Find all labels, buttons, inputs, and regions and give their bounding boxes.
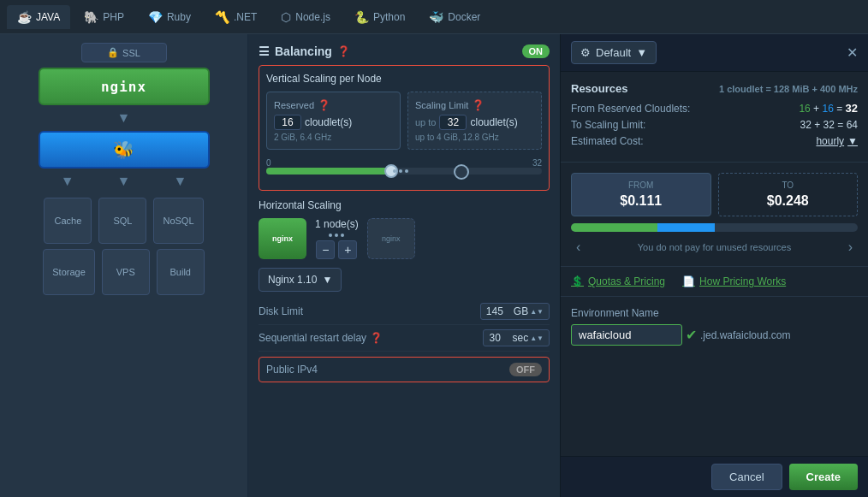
tab-ruby[interactable]: 💎 Ruby xyxy=(138,5,201,29)
plus-button[interactable]: + xyxy=(338,240,357,259)
vps-label: VPS xyxy=(116,267,135,277)
scaling-limit-info-icon[interactable]: ❓ xyxy=(472,99,485,111)
build-button[interactable]: Build xyxy=(157,249,205,295)
balancing-title: ☰ Balancing ❓ xyxy=(259,44,350,58)
bottom-buttons: Cancel Create xyxy=(561,456,868,497)
tab-ruby-label: Ruby xyxy=(167,11,191,23)
reserved-info-icon[interactable]: ❓ xyxy=(318,99,330,111)
tab-net[interactable]: 〽️ .NET xyxy=(205,5,267,29)
create-label: Create xyxy=(806,470,841,483)
tab-bar: ☕ JAVA 🐘 PHP 💎 Ruby 〽️ .NET ⬡ Node.js 🐍 … xyxy=(0,0,868,34)
tab-python-label: Python xyxy=(373,11,405,23)
scaling-limit-sub-text: up to 4 GiB, 12.8 GHz xyxy=(415,133,534,142)
nginx-blue-node[interactable]: 🐝 xyxy=(39,131,210,169)
slider-track[interactable] xyxy=(266,168,542,175)
unused-left-arrow[interactable]: ‹ xyxy=(571,240,586,255)
balancing-toggle[interactable]: ON xyxy=(522,44,550,58)
cost-to-value: $0.248 xyxy=(726,193,851,209)
balancing-icon: ☰ xyxy=(259,44,270,58)
seq-restart-row: Sequential restart delay ❓ sec ▲▼ xyxy=(259,325,550,352)
env-name-input[interactable] xyxy=(571,324,682,346)
public-ipv4-toggle[interactable]: OFF xyxy=(509,363,542,376)
slider-area: 0 32 xyxy=(266,158,542,175)
nginx-green-node[interactable]: nginx xyxy=(39,68,210,105)
cost-bar-blue xyxy=(657,223,715,232)
node-count-label: 1 xyxy=(315,218,321,230)
seq-restart-spinner[interactable]: ▲▼ xyxy=(530,334,544,342)
seq-restart-info-icon[interactable]: ❓ xyxy=(370,332,383,344)
h-dot-2 xyxy=(335,234,338,237)
arrows-row: ▼ ▼ ▼ xyxy=(61,174,187,189)
h-nginx-label: nginx xyxy=(272,234,293,243)
scaling-limit-label: Scaling Limit ❓ xyxy=(415,99,534,111)
node-unit-label: node(s) xyxy=(324,218,359,230)
minus-button[interactable]: − xyxy=(316,240,335,259)
sql-button[interactable]: SQL xyxy=(98,198,146,244)
cost-from-value: $0.111 xyxy=(579,193,704,209)
links-section: 💲 Quotas & Pricing 📄 How Pricing Works xyxy=(561,267,868,297)
cost-to-label: TO xyxy=(726,180,851,190)
slider-dots xyxy=(393,168,408,175)
how-pricing-link[interactable]: 📄 How Pricing Works xyxy=(682,275,786,287)
resources-label: Resources xyxy=(571,82,627,95)
scaling-grid: Reserved ❓ cloudlet(s) 2 GiB, 6.4 GHz Sc… xyxy=(266,92,542,150)
vps-button[interactable]: VPS xyxy=(102,249,150,295)
tab-java[interactable]: ☕ JAVA xyxy=(7,5,70,29)
storage-button[interactable]: Storage xyxy=(43,249,95,295)
h-nginx-ghost-label: nginx xyxy=(382,234,401,243)
unused-row: ‹ You do not pay for unused resources › xyxy=(571,239,858,256)
slider-thumb-right[interactable] xyxy=(454,164,469,180)
ssl-button[interactable]: 🔒 SSL xyxy=(81,43,167,62)
storage-row-bottom: Storage VPS Build xyxy=(43,249,205,295)
cache-label: Cache xyxy=(55,216,82,226)
from-reserved-eq: = xyxy=(836,103,842,115)
tab-nodejs-label: Node.js xyxy=(295,11,330,23)
h-dots xyxy=(329,234,344,237)
estimated-cost-row: Estimated Cost: hourly ▼ xyxy=(571,135,858,147)
disk-input[interactable] xyxy=(486,305,512,317)
arrow-down-2: ▼ xyxy=(61,174,74,189)
quotas-pricing-link[interactable]: 💲 Quotas & Pricing xyxy=(571,275,665,287)
reserved-input[interactable] xyxy=(274,115,301,130)
tab-docker[interactable]: 🐳 Docker xyxy=(419,5,490,29)
nginx-version-dropdown[interactable]: Nginx 1.10 ▼ xyxy=(259,268,342,292)
cache-button[interactable]: Cache xyxy=(44,198,92,244)
cost-from-box: FROM $0.111 xyxy=(571,173,711,216)
left-panel: 🔒 SSL nginx ▼ 🐝 ▼ ▼ ▼ Cache SQL NoSQL xyxy=(0,34,248,497)
build-label: Build xyxy=(170,267,191,277)
h-nginx-ghost: nginx xyxy=(367,218,415,259)
public-ipv4-row[interactable]: Public IPv4 OFF xyxy=(259,357,550,382)
scaling-limit-input[interactable] xyxy=(439,115,467,130)
ssl-label: SSL xyxy=(122,48,140,58)
seq-restart-input[interactable] xyxy=(489,332,510,344)
main-content: 🔒 SSL nginx ▼ 🐝 ▼ ▼ ▼ Cache SQL NoSQL xyxy=(0,34,868,497)
ruby-icon: 💎 xyxy=(148,10,163,24)
seq-restart-label: Sequential restart delay xyxy=(259,332,366,344)
tab-python[interactable]: 🐍 Python xyxy=(344,5,415,29)
tab-nodejs[interactable]: ⬡ Node.js xyxy=(271,5,341,29)
estimated-cost-period[interactable]: hourly ▼ xyxy=(816,135,858,147)
slider-fill xyxy=(266,168,390,175)
default-dropdown[interactable]: ⚙ Default ▼ xyxy=(571,41,657,64)
disk-spinner[interactable]: ▲▼ xyxy=(530,308,544,316)
slider-min-label: 0 xyxy=(266,158,271,168)
public-ipv4-label: Public IPv4 xyxy=(266,364,318,376)
unused-right-arrow[interactable]: › xyxy=(843,240,858,255)
close-button[interactable]: ✕ xyxy=(847,44,858,61)
cancel-label: Cancel xyxy=(729,470,764,483)
create-button[interactable]: Create xyxy=(789,464,858,490)
period-chevron-icon: ▼ xyxy=(847,135,858,147)
bee-icon: 🐝 xyxy=(113,139,134,160)
resources-title: Resources 1 cloudlet = 128 MiB + 400 MHz xyxy=(571,82,858,95)
nodejs-icon: ⬡ xyxy=(281,10,291,24)
tab-php[interactable]: 🐘 PHP xyxy=(74,5,134,29)
nosql-button[interactable]: NoSQL xyxy=(153,198,203,244)
balancing-info-icon[interactable]: ❓ xyxy=(337,45,350,57)
slider-max-label: 32 xyxy=(532,158,542,168)
h-nginx-icon: nginx xyxy=(259,218,306,259)
to-scaling-label: To Scaling Limit: xyxy=(571,119,645,131)
tab-php-label: PHP xyxy=(103,11,124,23)
cancel-button[interactable]: Cancel xyxy=(711,464,782,490)
arrow-down-4: ▼ xyxy=(173,174,187,189)
middle-panel: ☰ Balancing ❓ ON Vertical Scaling per No… xyxy=(248,34,560,497)
